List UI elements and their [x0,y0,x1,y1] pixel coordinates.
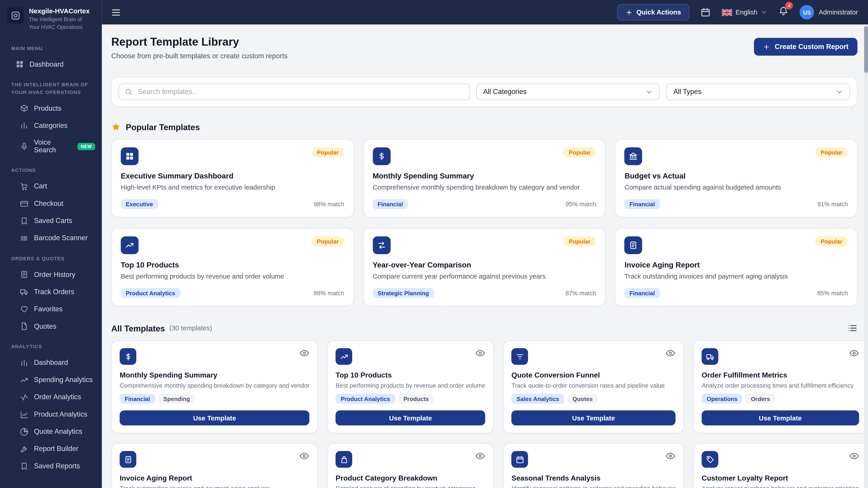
template-card-quote-conversion-funnel[interactable]: Quote Conversion Funnel Track quote-to-o… [503,340,684,433]
sidebar-item-order-history[interactable]: Order History [0,266,102,283]
sidebar-item-label: Barcode Scanner [34,234,88,242]
sidebar-item-spending-analytics[interactable]: Spending Analytics [0,371,102,388]
activity-icon [20,393,29,401]
template-title: Product Category Breakdown [336,474,485,482]
match-score: 95% match [565,201,596,207]
preview-eye-icon[interactable] [665,451,675,461]
use-template-button[interactable]: Use Template [512,411,676,425]
category-filter-select[interactable]: All Categories [476,84,660,100]
use-template-button[interactable]: Use Template [120,411,309,425]
calendar-icon[interactable] [701,7,710,17]
page-title: Report Template Library [111,36,287,48]
search-input[interactable] [137,87,464,96]
dashboard-grid-icon [16,60,24,68]
preview-eye-icon[interactable] [849,451,859,461]
sidebar-item-quotes[interactable]: Quotes [0,318,102,335]
chevron-down-icon [836,88,843,95]
template-description: Track quote-to-order conversion rates an… [512,382,676,389]
sidebar-item-dashboard[interactable]: Dashboard [0,56,102,73]
use-template-button[interactable]: Use Template [702,411,859,425]
sidebar-item-favorites[interactable]: Favorites [0,300,102,318]
template-title: Customer Loyalty Report [702,474,859,482]
template-title: Executive Summary Dashboard [121,172,344,180]
avatar: US [800,5,814,20]
sidebar-item-label: Products [34,104,61,112]
quick-actions-button[interactable]: Quick Actions [617,4,689,21]
template-card-invoice-aging-report[interactable]: Invoice Aging Report Track outstanding i… [111,443,318,488]
template-title: Top 10 Products [121,261,344,269]
template-tags: Product AnalyticsProducts [336,394,485,404]
invoice-icon [120,451,136,468]
template-title: Top 10 Products [336,371,485,379]
create-custom-report-button[interactable]: Create Custom Report [754,38,857,56]
sidebar-item-order-analytics[interactable]: Order Analytics [0,389,102,406]
popular-card-monthly-spending-summary[interactable]: Popular Monthly Spending Summary Compreh… [363,139,606,217]
sidebar-section: MAIN MENU Dashboard [0,37,102,73]
sidebar-item-report-builder[interactable]: Report Builder [0,440,102,457]
template-card-order-fulfillment-metrics[interactable]: Order Fulfillment Metrics Analyze order … [693,340,867,433]
use-template-button[interactable]: Use Template [336,411,485,425]
sidebar-item-products[interactable]: Products [0,100,102,117]
template-tags: OperationsOrders [702,394,859,404]
notification-badge: 4 [785,2,793,9]
heart-icon [20,305,29,313]
template-description: Track outstanding invoices and payment a… [625,272,848,280]
sidebar-item-saved-carts[interactable]: Saved Carts [0,212,102,229]
sidebar-section-items: Dashboard [0,56,102,73]
template-card-customer-loyalty-report[interactable]: Customer Loyalty Report Analyze repeat p… [693,443,867,488]
language-selector[interactable]: English [722,8,768,16]
type-filter-select[interactable]: All Types [666,84,850,100]
sidebar-section: THE INTELLIGENT BRAIN OF YOUR HVAC OPERA… [0,73,102,159]
preview-eye-icon[interactable] [665,348,675,358]
template-tag: Spending [158,394,195,404]
template-tag: Strategic Planning [373,288,434,298]
template-description: Comprehensive monthly spending breakdown… [373,184,596,191]
menu-icon[interactable] [111,7,121,18]
quote-icon [20,322,29,330]
search-box [119,84,470,100]
preview-eye-icon[interactable] [300,451,309,461]
template-card-monthly-spending-summary[interactable]: Monthly Spending Summary Comprehensive m… [111,340,318,433]
bookmark-icon [20,217,29,225]
filter-bar: All Categories All Types [111,77,857,107]
sidebar-item-barcode-scanner[interactable]: Barcode Scanner [0,230,102,247]
credit-card-icon [20,199,29,208]
popular-templates-grid: Popular Executive Summary Dashboard High… [111,139,857,306]
preview-eye-icon[interactable] [849,348,859,358]
sidebar-item-categories[interactable]: Categories [0,117,102,134]
sidebar-item-quote-analytics[interactable]: Quote Analytics [0,423,102,440]
sidebar-section: ANALYTICS Dashboard Spending Analytics O… [0,335,102,475]
user-menu[interactable]: US Administrator [800,5,858,20]
popular-card-budget-vs-actual[interactable]: Popular Budget vs Actual Compare actual … [615,139,857,217]
sidebar-item-voice-search[interactable]: Voice Search NEW [0,134,102,159]
template-card-seasonal-trends-analysis[interactable]: Seasonal Trends Analysis Identify season… [503,443,684,488]
tag-icon [702,451,718,468]
template-tag: Product Analytics [121,288,180,298]
sidebar-item-saved-reports[interactable]: Saved Reports [0,457,102,475]
sidebar-item-checkout[interactable]: Checkout [0,195,102,212]
sidebar-section: ACTIONS Cart Checkout Saved Carts Barcod… [0,159,102,247]
invoice-icon [625,236,643,254]
popular-card-executive-summary-dashboard[interactable]: Popular Executive Summary Dashboard High… [111,139,353,217]
match-score: 88% match [313,290,344,296]
preview-eye-icon[interactable] [475,348,485,358]
sidebar-item-label: Cart [34,183,47,190]
clipboard-icon [20,270,29,279]
template-tag: Products [399,394,434,404]
sidebar-item-cart[interactable]: Cart [0,178,102,195]
list-view-icon[interactable] [847,323,857,333]
template-card-top-10-products[interactable]: Top 10 Products Best performing products… [327,340,494,433]
popular-card-invoice-aging-report[interactable]: Popular Invoice Aging Report Track outst… [615,228,857,306]
sidebar-item-track-orders[interactable]: Track Orders [0,283,102,300]
sidebar-item-dashboard[interactable]: Dashboard [0,354,102,371]
preview-eye-icon[interactable] [475,451,485,461]
sidebar-item-label: Voice Search [34,138,69,154]
template-card-product-category-breakdown[interactable]: Product Category Breakdown Detailed anal… [327,443,494,488]
dollar-icon [373,147,391,165]
popular-card-top-10-products[interactable]: Popular Top 10 Products Best performing … [111,228,353,306]
preview-eye-icon[interactable] [300,348,309,358]
popular-card-year-over-year-comparison[interactable]: Popular Year-over-Year Comparison Compar… [363,228,606,306]
sidebar-item-product-analytics[interactable]: Product Analytics [0,406,102,423]
scrollbar-thumb[interactable] [864,26,868,73]
app-logo-block: Nexgile-HVACortex The Intelligent Brain … [0,0,102,37]
